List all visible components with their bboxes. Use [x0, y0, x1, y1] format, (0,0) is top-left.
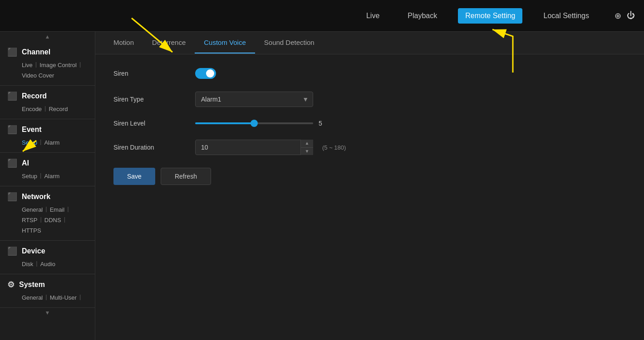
nav-item-local-settings[interactable]: Local Settings	[536, 8, 596, 24]
sidebar-link-sys-general[interactable]: General	[20, 293, 44, 302]
sidebar-link-event-setup[interactable]: Setup	[20, 138, 39, 147]
sidebar-title-event: ⬛ Event	[7, 125, 88, 135]
system-icon: ⚙	[7, 280, 15, 290]
record-icon: ⬛	[7, 91, 17, 101]
sidebar-link-audio[interactable]: Audio	[39, 260, 57, 268]
siren-row: Siren	[113, 68, 626, 79]
sidebar-link-ai-setup[interactable]: Setup	[20, 172, 39, 180]
siren-type-select[interactable]: Alarm1 Alarm2 Alarm3 Alarm4	[195, 92, 313, 107]
sidebar-section-network: ⬛ Network General | Email | RTSP | DDNS …	[0, 186, 95, 241]
siren-level-slider-container: 5	[195, 120, 328, 127]
tab-bar: Motion Deterrence Custom Voice Sound Det…	[95, 32, 644, 54]
sidebar-section-device: ⬛ Device Disk | Audio	[0, 241, 95, 274]
sidebar-title-system: ⚙ System	[7, 280, 88, 290]
siren-label: Siren	[113, 70, 186, 77]
sidebar-section-record: ⬛ Record Encode | Record	[0, 86, 95, 119]
system-links: General | Multi-User |	[7, 293, 88, 302]
alert-icon[interactable]: ⊕	[615, 11, 621, 21]
top-navigation: Live Playback Remote Setting Local Setti…	[0, 0, 644, 32]
sidebar-link-ai-alarm[interactable]: Alarm	[42, 172, 61, 180]
tab-motion[interactable]: Motion	[104, 32, 143, 53]
content-area: Siren Siren Type Alarm1 Alarm2 Alarm3 Al…	[95, 54, 644, 340]
sidebar-title-channel: ⬛ Channel	[7, 47, 88, 57]
sidebar-title-device: ⬛ Device	[7, 246, 88, 256]
save-button[interactable]: Save	[113, 168, 155, 185]
siren-level-label: Siren Level	[113, 120, 186, 127]
duration-hint: (5 ~ 180)	[322, 144, 346, 151]
ai-links: Setup | Alarm	[7, 172, 88, 180]
sidebar-title-network: ⬛ Network	[7, 192, 88, 202]
event-links: Setup | Alarm	[7, 138, 88, 147]
sidebar-section-ai: ⬛ AI Setup | Alarm	[0, 153, 95, 186]
sidebar-title-ai: ⬛ AI	[7, 158, 88, 168]
sidebar-link-ddns[interactable]: DDNS	[43, 216, 63, 224]
channel-links: Live | Image Control | Video Cover	[7, 61, 88, 80]
nav-item-playback[interactable]: Playback	[400, 8, 444, 24]
network-links: General | Email | RTSP | DDNS | HTTPS	[7, 205, 88, 235]
sidebar-link-multi-user[interactable]: Multi-User	[48, 293, 79, 302]
siren-duration-label: Siren Duration	[113, 144, 186, 151]
siren-level-row: Siren Level 5	[113, 120, 626, 127]
tab-deterrence[interactable]: Deterrence	[143, 32, 195, 53]
sidebar-section-event: ⬛ Event Setup | Alarm	[0, 119, 95, 153]
nav-item-remote-setting[interactable]: Remote Setting	[458, 8, 522, 24]
sidebar-link-encode[interactable]: Encode	[20, 105, 44, 113]
siren-duration-input-wrapper: ▲ ▼	[195, 140, 313, 155]
siren-duration-input[interactable]	[195, 140, 313, 155]
siren-type-label: Siren Type	[113, 96, 186, 103]
main-content: Motion Deterrence Custom Voice Sound Det…	[95, 32, 644, 340]
sidebar-link-image-control[interactable]: Image Control	[38, 61, 79, 69]
sidebar-link-disk[interactable]: Disk	[20, 260, 35, 268]
main-layout: ▲ ⬛ Channel Live | Image Control | Video…	[0, 32, 644, 340]
tab-custom-voice[interactable]: Custom Voice	[195, 32, 255, 53]
sidebar-link-https[interactable]: HTTPS	[20, 226, 43, 235]
sidebar-link-rtsp[interactable]: RTSP	[20, 216, 39, 224]
sidebar-scroll-up[interactable]: ▲	[0, 32, 95, 42]
siren-duration-row: Siren Duration ▲ ▼ (5 ~ 180)	[113, 140, 626, 155]
device-links: Disk | Audio	[7, 260, 88, 268]
record-links: Encode | Record	[7, 105, 88, 113]
sidebar-link-live[interactable]: Live	[20, 61, 34, 69]
nav-item-live[interactable]: Live	[359, 8, 387, 24]
channel-icon: ⬛	[7, 47, 17, 57]
network-icon: ⬛	[7, 192, 17, 202]
sidebar-link-record[interactable]: Record	[47, 105, 69, 113]
ai-icon: ⬛	[7, 158, 17, 168]
siren-type-select-wrapper: Alarm1 Alarm2 Alarm3 Alarm4 ▼	[195, 92, 313, 107]
sidebar: ▲ ⬛ Channel Live | Image Control | Video…	[0, 32, 95, 340]
siren-level-slider[interactable]	[195, 122, 313, 124]
siren-type-row: Siren Type Alarm1 Alarm2 Alarm3 Alarm4 ▼	[113, 92, 626, 107]
spinner-up-button[interactable]: ▲	[301, 140, 313, 148]
action-buttons: Save Refresh	[113, 168, 626, 185]
nav-icons: ⊕ ⏻	[615, 11, 635, 21]
device-icon: ⬛	[7, 246, 17, 256]
refresh-button[interactable]: Refresh	[161, 168, 211, 185]
siren-toggle[interactable]	[195, 68, 216, 79]
siren-level-value: 5	[319, 120, 328, 127]
sidebar-link-general[interactable]: General	[20, 205, 44, 214]
sidebar-section-channel: ⬛ Channel Live | Image Control | Video C…	[0, 42, 95, 86]
power-icon[interactable]: ⏻	[627, 11, 635, 20]
spinner-down-button[interactable]: ▼	[301, 148, 313, 155]
sidebar-link-event-alarm[interactable]: Alarm	[42, 138, 61, 147]
event-icon: ⬛	[7, 125, 17, 135]
sidebar-link-video-cover[interactable]: Video Cover	[20, 71, 56, 80]
spinner-buttons: ▲ ▼	[300, 140, 313, 155]
sidebar-title-record: ⬛ Record	[7, 91, 88, 101]
sidebar-link-email[interactable]: Email	[48, 205, 67, 214]
sidebar-section-system: ⚙ System General | Multi-User |	[0, 274, 95, 308]
tab-sound-detection[interactable]: Sound Detection	[255, 32, 324, 53]
sidebar-scroll-down[interactable]: ▼	[0, 308, 95, 318]
